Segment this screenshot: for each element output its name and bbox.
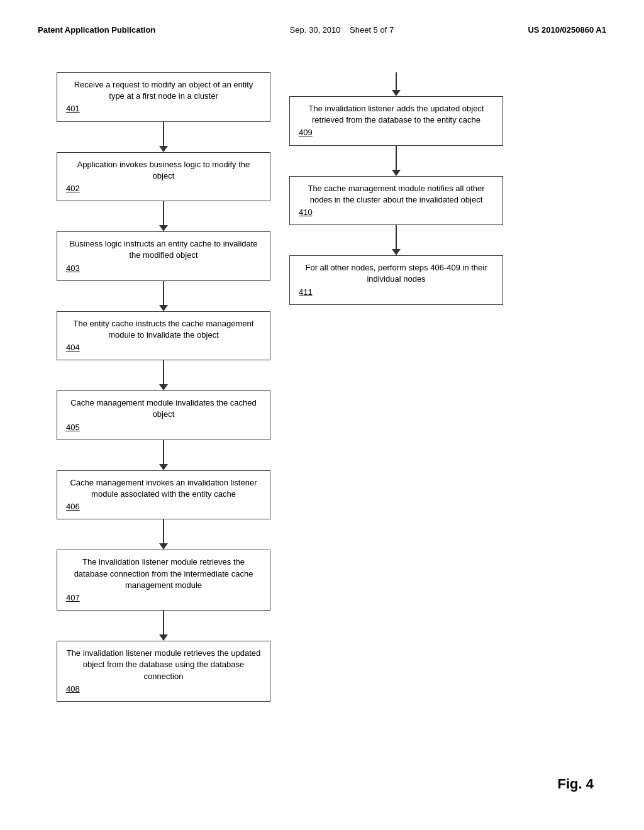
box-404-text: The entity cache instructs the cache man… xyxy=(66,318,261,341)
publication-label: Patent Application Publication xyxy=(38,25,155,35)
box-402: Application invokes business logic to mo… xyxy=(57,152,270,202)
publication-date: Sep. 30, 2010 xyxy=(290,25,341,35)
box-406: Cache management invokes an invalidation… xyxy=(57,470,270,520)
box-406-text: Cache management invokes an invalidation… xyxy=(66,477,261,500)
box-401-text: Receive a request to modify an object of… xyxy=(66,79,261,102)
arrow-401-402 xyxy=(163,122,164,147)
box-402-text: Application invokes business logic to mo… xyxy=(66,159,261,182)
box-401-num: 401 xyxy=(66,103,261,114)
box-409-text: The invalidation listener adds the updat… xyxy=(299,103,494,126)
header-left: Patent Application Publication xyxy=(38,25,155,35)
arrow-404-405 xyxy=(163,360,164,385)
box-409: The invalidation listener adds the updat… xyxy=(289,96,503,146)
box-407: The invalidation listener module retriev… xyxy=(57,550,270,611)
header-center: Sep. 30, 2010 Sheet 5 of 7 xyxy=(290,25,394,35)
box-404-num: 404 xyxy=(66,342,261,353)
box-407-num: 407 xyxy=(66,592,261,604)
box-411-text: For all other nodes, perform steps 406-4… xyxy=(299,262,494,285)
box-410-num: 410 xyxy=(299,207,494,218)
arrow-410-411 xyxy=(396,225,397,250)
box-403: Business logic instructs an entity cache… xyxy=(57,231,270,281)
box-405-num: 405 xyxy=(66,422,261,433)
box-403-num: 403 xyxy=(66,263,261,274)
box-406-num: 406 xyxy=(66,501,261,512)
header-right: US 2010/0250860 A1 xyxy=(528,25,606,35)
arrow-406-407 xyxy=(163,519,164,545)
box-405: Cache management module invalidates the … xyxy=(57,390,270,440)
box-405-text: Cache management module invalidates the … xyxy=(66,397,261,420)
right-column: The invalidation listener adds the updat… xyxy=(289,72,503,702)
arrow-403-404 xyxy=(163,281,164,306)
box-402-num: 402 xyxy=(66,183,261,194)
box-408: The invalidation listener module retriev… xyxy=(57,641,270,702)
page: Patent Application Publication Sep. 30, … xyxy=(0,0,644,830)
sheet-info: Sheet 5 of 7 xyxy=(350,25,394,35)
box-411: For all other nodes, perform steps 406-4… xyxy=(289,255,503,305)
arrow-409-410 xyxy=(396,146,397,171)
box-407-text: The invalidation listener module retriev… xyxy=(66,556,261,591)
box-411-num: 411 xyxy=(299,287,494,298)
flowchart: Receive a request to modify an object of… xyxy=(57,72,606,702)
arrow-407-408 xyxy=(163,611,164,636)
header: Patent Application Publication Sep. 30, … xyxy=(38,25,606,35)
box-408-text: The invalidation listener module retriev… xyxy=(66,648,261,682)
left-column: Receive a request to modify an object of… xyxy=(57,72,270,702)
box-403-text: Business logic instructs an entity cache… xyxy=(66,238,261,261)
box-410-text: The cache management module notifies all… xyxy=(299,183,494,206)
box-404: The entity cache instructs the cache man… xyxy=(57,311,270,361)
box-408-num: 408 xyxy=(66,683,261,695)
arrow-405-406 xyxy=(163,440,164,465)
patent-number: US 2010/0250860 A1 xyxy=(528,25,606,35)
box-410: The cache management module notifies all… xyxy=(289,176,503,226)
arrow-402-403 xyxy=(163,201,164,226)
box-409-num: 409 xyxy=(299,127,494,138)
box-401: Receive a request to modify an object of… xyxy=(57,72,270,122)
fig-label: Fig. 4 xyxy=(558,776,594,792)
